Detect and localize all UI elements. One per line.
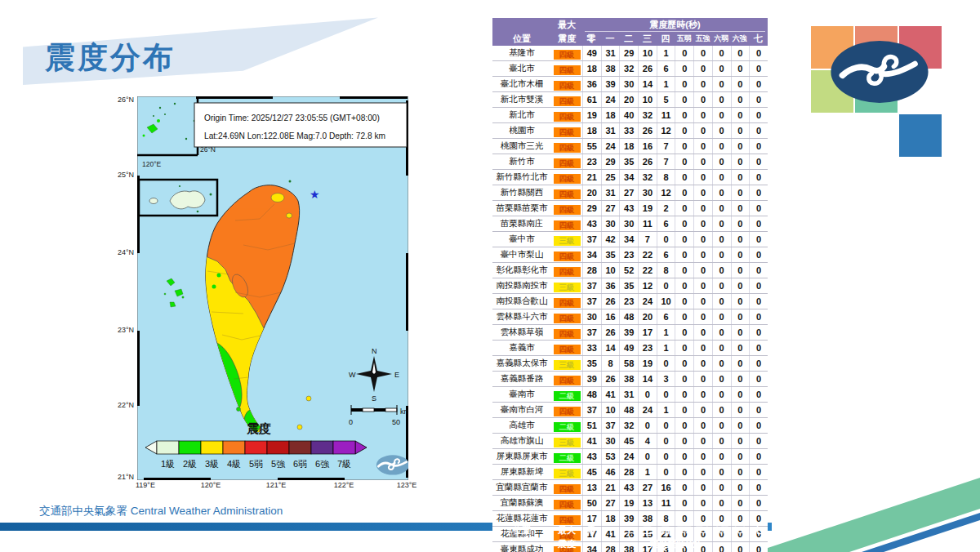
duration-cell: 0: [749, 92, 768, 107]
duration-cell: 7: [657, 139, 675, 154]
max-intensity-cell: 四級: [551, 108, 582, 122]
duration-cell: 10: [601, 263, 620, 278]
duration-cell: 10: [657, 294, 675, 309]
duration-cell: 11: [657, 496, 675, 510]
duration-cell: 0: [675, 61, 693, 76]
duration-cell: 0: [693, 418, 712, 433]
compass-n: N: [372, 347, 377, 355]
duration-cell: 0: [749, 480, 768, 495]
max-intensity-cell: 三級: [551, 278, 582, 293]
duration-cell: 0: [675, 77, 693, 91]
compass-e: E: [394, 371, 399, 379]
duration-cell: 0: [712, 263, 731, 278]
max-intensity-cell: 三級: [551, 465, 582, 479]
duration-cell: 0: [712, 216, 731, 231]
location-cell: 新竹縣竹北市: [492, 171, 551, 183]
intensity-2-spot: [217, 274, 221, 278]
intensity-badge: 四級: [554, 158, 581, 168]
location-cell: 新北市: [492, 109, 551, 121]
duration-cell: 42: [601, 232, 620, 247]
duration-cell: 0: [693, 77, 712, 91]
duration-cell: 0: [712, 154, 731, 169]
cwa-map-logo-icon: [376, 455, 408, 474]
cwa-logo-icon: [830, 40, 929, 104]
scale-fifty: 50: [392, 418, 400, 426]
duration-cell: 0: [731, 496, 750, 510]
duration-cell: 0: [693, 170, 712, 185]
duration-cell: 0: [693, 372, 712, 386]
duration-cell: 26: [638, 123, 657, 138]
duration-cell: 10: [638, 92, 657, 107]
legend-label: 3級: [205, 459, 219, 469]
agency-footer: 交通部中央氣象署 Central Weather Administration: [39, 504, 283, 519]
footer-max-line1: 最大: [551, 524, 582, 536]
location-cell: 臺中市梨山: [492, 249, 551, 260]
max-intensity-cell: 四級: [551, 123, 582, 138]
intensity-col-header: 五弱: [675, 525, 693, 536]
table-row: 基隆市 四級 49312910100000: [492, 46, 768, 60]
location-cell: 臺南市: [492, 389, 551, 400]
duration-cell: 0: [638, 449, 657, 464]
duration-cell: 31: [601, 46, 620, 60]
intensity-col-header: 零: [582, 33, 601, 45]
table-row: 嘉義市 四級 33144923100000: [492, 340, 768, 355]
location-cell: 南投縣合歡山: [492, 296, 551, 307]
table-row: 屏東縣屏東市 二級 4353240000000: [492, 448, 768, 464]
legend-swatch: [223, 441, 245, 454]
compass-s: S: [372, 394, 376, 403]
duration-cell: 29: [619, 46, 638, 60]
legend-swatch: [245, 441, 267, 454]
duration-cell: 12: [657, 185, 675, 200]
max-intensity-cell: 四級: [551, 403, 582, 417]
duration-cell: 18: [601, 108, 620, 122]
duration-cell: 0: [749, 356, 768, 371]
duration-cell: 38: [619, 372, 638, 386]
duration-cell: 0: [675, 511, 693, 526]
duration-cell: 0: [693, 465, 712, 479]
duration-cell: 16: [601, 309, 620, 324]
table-row: 宜蘭縣宜蘭市 四級 132143271600000: [492, 479, 768, 495]
duration-cell: 0: [731, 139, 750, 154]
intensity-badge: 四級: [554, 143, 581, 153]
duration-cell: 0: [731, 294, 750, 309]
duration-cell: 0: [749, 325, 768, 340]
duration-cell: 0: [693, 108, 712, 122]
duration-cell: 0: [731, 232, 750, 247]
intensity-badge: 三級: [554, 283, 581, 292]
duration-cell: 0: [712, 465, 731, 479]
duration-cell: 0: [675, 434, 693, 448]
duration-cell: 31: [601, 185, 620, 200]
legend-label: 2級: [183, 459, 197, 469]
duration-cell: 0: [712, 418, 731, 433]
intensity-badge: 四級: [554, 205, 581, 215]
duration-cell: 24: [619, 449, 638, 464]
duration-cell: 0: [675, 387, 693, 402]
location-cell: 高雄市: [492, 420, 551, 431]
intensity-badge: 三級: [554, 360, 581, 370]
duration-cell: 0: [675, 325, 693, 340]
table-row: 臺北市木柵 四級 36393014100000: [492, 76, 768, 91]
intensity-badge: 四級: [554, 407, 581, 416]
duration-cell: 0: [693, 294, 712, 309]
intensity-col-header: 二: [619, 33, 638, 45]
intensity-badge: 三級: [554, 469, 581, 479]
table-footer-row1: 位置 最大 零一二三四五弱五強六弱六強七: [492, 523, 768, 537]
duration-cell: 28: [582, 263, 601, 278]
duration-cell: 23: [638, 341, 657, 355]
duration-cell: 0: [731, 372, 750, 386]
legend-swatch: [289, 441, 311, 454]
duration-cell: 14: [601, 341, 620, 355]
table-row: 新北市 四級 191840321100000: [492, 107, 768, 122]
duration-cell: 33: [582, 341, 601, 355]
duration-cell: 37: [582, 294, 601, 309]
table-row: 嘉義縣番路 四級 39263814300000: [492, 371, 768, 386]
duration-cell: 49: [582, 46, 601, 60]
duration-cell: 41: [582, 434, 601, 448]
duration-cell: 37: [582, 232, 601, 247]
duration-cell: 0: [749, 154, 768, 169]
intensity-badge: 四級: [554, 267, 581, 277]
duration-cell: 32: [638, 170, 657, 185]
table-row: 嘉義縣太保市 三級 3585819000000: [492, 355, 768, 371]
duration-cell: 6: [657, 216, 675, 231]
duration-cell: 0: [712, 92, 731, 107]
